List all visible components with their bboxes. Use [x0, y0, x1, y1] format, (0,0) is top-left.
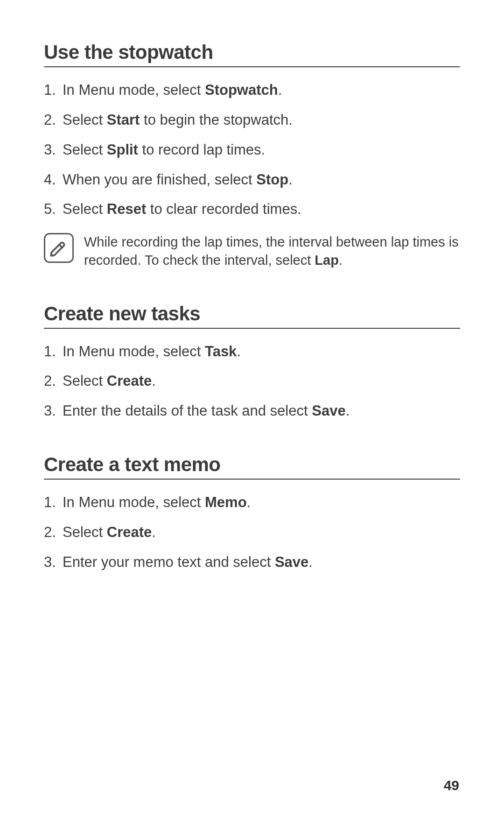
step-text-pre: When you are finished, select: [63, 171, 256, 188]
steps-stopwatch: In Menu mode, select Stopwatch. Select S…: [44, 80, 460, 219]
step-text-pre: Select: [63, 201, 107, 217]
step-item: In Menu mode, select Task.: [44, 342, 460, 361]
step-text-pre: In Menu mode, select: [63, 343, 205, 360]
step-text-bold: Task: [205, 343, 237, 360]
note-pencil-icon: [44, 233, 74, 263]
step-text-post: .: [308, 554, 313, 570]
step-text-post: .: [346, 403, 350, 419]
step-item: Select Create.: [44, 523, 460, 542]
svg-line-0: [59, 245, 62, 247]
step-text-bold: Stopwatch: [205, 82, 278, 98]
step-text-post: to record lap times.: [138, 141, 265, 158]
step-item: Enter the details of the task and select…: [44, 401, 460, 421]
step-text-pre: In Menu mode, select: [63, 82, 205, 98]
step-text-pre: Select: [63, 141, 107, 158]
step-text-bold: Stop: [256, 171, 288, 188]
step-item: In Menu mode, select Stopwatch.: [44, 80, 460, 100]
step-text-pre: Select: [63, 112, 107, 128]
step-item: In Menu mode, select Memo.: [44, 493, 460, 512]
step-text-bold: Create: [107, 524, 152, 540]
section-title-tasks: Create new tasks: [44, 303, 460, 329]
page-number: 49: [444, 778, 459, 793]
steps-memo: In Menu mode, select Memo. Select Create…: [44, 493, 460, 572]
step-text-pre: Select: [63, 373, 107, 389]
step-text-pre: Enter the details of the task and select: [63, 403, 312, 419]
section-title-stopwatch: Use the stopwatch: [44, 41, 460, 67]
note-text-pre: While recording the lap times, the inter…: [84, 234, 459, 268]
step-text-pre: In Menu mode, select: [63, 494, 205, 510]
step-item: When you are finished, select Stop.: [44, 170, 460, 190]
step-text-bold: Split: [107, 141, 138, 158]
step-text-bold: Save: [312, 403, 345, 419]
note-block: While recording the lap times, the inter…: [44, 233, 460, 269]
step-text-bold: Start: [107, 112, 140, 128]
step-text-post: .: [247, 494, 251, 510]
section-title-memo: Create a text memo: [44, 453, 460, 480]
step-text-pre: Enter your memo text and select: [63, 554, 275, 570]
step-item: Select Split to record lap times.: [44, 140, 460, 160]
step-text-post: .: [152, 373, 156, 389]
step-text-bold: Reset: [107, 201, 146, 217]
note-text-bold: Lap: [315, 253, 339, 268]
manual-page: Use the stopwatch In Menu mode, select S…: [0, 0, 504, 827]
step-text-post: .: [152, 524, 156, 540]
step-text-bold: Memo: [205, 494, 247, 510]
step-text-post: to begin the stopwatch.: [140, 112, 292, 128]
spacer: [44, 431, 460, 453]
step-text-post: to clear recorded times.: [146, 201, 301, 217]
step-text-post: .: [278, 82, 282, 98]
note-text: While recording the lap times, the inter…: [84, 233, 460, 269]
step-text-bold: Save: [275, 554, 308, 570]
step-text-pre: Select: [63, 524, 107, 540]
step-text-post: .: [237, 343, 241, 360]
step-text-post: .: [288, 171, 293, 188]
step-item: Select Create.: [44, 371, 460, 391]
step-item: Enter your memo text and select Save.: [44, 552, 460, 572]
steps-tasks: In Menu mode, select Task. Select Create…: [44, 342, 460, 421]
step-item: Select Reset to clear recorded times.: [44, 199, 460, 219]
step-text-bold: Create: [107, 373, 152, 389]
note-text-post: .: [339, 253, 343, 268]
spacer: [44, 270, 460, 303]
step-item: Select Start to begin the stopwatch.: [44, 110, 460, 130]
